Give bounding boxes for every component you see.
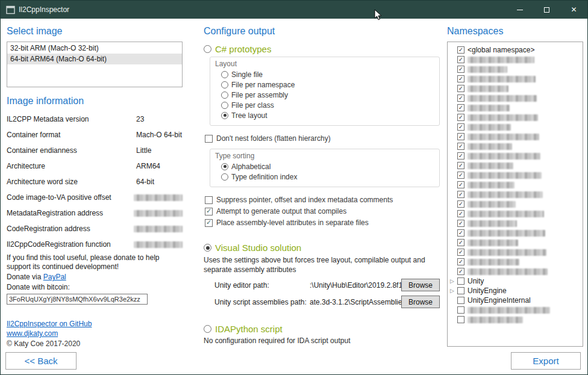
namespace-item[interactable] bbox=[450, 113, 580, 122]
namespace-item[interactable] bbox=[450, 257, 580, 267]
namespace-checkbox[interactable] bbox=[457, 152, 464, 160]
namespace-item[interactable]: ▷UnityEngine bbox=[450, 286, 580, 296]
back-button[interactable]: << Back bbox=[5, 352, 77, 370]
checkbox-icon[interactable] bbox=[205, 219, 213, 227]
namespace-item[interactable] bbox=[450, 55, 580, 64]
namespace-checkbox[interactable] bbox=[457, 297, 464, 304]
checkbox-icon[interactable] bbox=[205, 208, 213, 215]
namespace-item[interactable] bbox=[450, 247, 580, 257]
namespace-checkbox[interactable] bbox=[457, 239, 464, 246]
namespace-checkbox[interactable] bbox=[457, 172, 464, 179]
namespace-checkbox[interactable] bbox=[457, 162, 464, 169]
namespace-item[interactable] bbox=[450, 267, 580, 276]
namespace-item[interactable]: UnityEngineInternal bbox=[450, 296, 580, 305]
radio-option[interactable]: File per namespace bbox=[221, 80, 434, 89]
namespace-item[interactable] bbox=[450, 64, 580, 74]
radio-icon[interactable] bbox=[221, 163, 228, 170]
namespace-checkbox[interactable] bbox=[457, 210, 464, 217]
namespace-item[interactable]: <global namespace> bbox=[450, 45, 580, 55]
image-listbox[interactable]: 32-bit ARM (Mach-O 32-bit)64-bit ARM64 (… bbox=[7, 42, 183, 87]
checkbox-option[interactable]: Suppress pointer, offset and index metad… bbox=[205, 196, 440, 204]
browse-button[interactable]: Browse bbox=[401, 296, 440, 308]
namespace-item[interactable]: ▷Unity bbox=[450, 276, 580, 286]
namespace-item[interactable] bbox=[450, 180, 580, 190]
expander-icon[interactable]: ▷ bbox=[450, 288, 457, 294]
radio-icon[interactable] bbox=[221, 91, 228, 99]
radio-icon[interactable] bbox=[221, 102, 228, 109]
namespace-item[interactable] bbox=[450, 161, 580, 170]
export-button[interactable]: Export bbox=[511, 352, 581, 370]
radio-icon[interactable] bbox=[221, 81, 228, 88]
browse-button[interactable]: Browse bbox=[401, 279, 440, 291]
namespace-checkbox[interactable] bbox=[457, 220, 464, 227]
radio-icon[interactable] bbox=[221, 112, 228, 119]
namespace-checkbox[interactable] bbox=[457, 229, 464, 237]
namespace-checkbox[interactable] bbox=[457, 75, 464, 82]
namespace-item[interactable] bbox=[450, 170, 580, 180]
namespace-item[interactable] bbox=[450, 190, 580, 199]
website-link[interactable]: www.djkaty.com bbox=[7, 329, 58, 338]
namespace-checkbox[interactable] bbox=[457, 316, 464, 323]
checkbox-icon[interactable] bbox=[205, 196, 213, 204]
checkbox-option[interactable]: Attempt to generate output that compiles bbox=[205, 207, 440, 215]
namespace-checkbox[interactable] bbox=[457, 104, 464, 111]
namespace-checkbox[interactable] bbox=[457, 123, 464, 131]
namespace-checkbox[interactable] bbox=[457, 114, 464, 121]
radio-idapython[interactable] bbox=[204, 325, 211, 333]
namespace-item[interactable] bbox=[450, 141, 580, 151]
maximize-button[interactable] bbox=[533, 1, 560, 19]
namespace-checkbox[interactable] bbox=[457, 249, 464, 256]
namespace-checkbox[interactable] bbox=[457, 287, 464, 294]
namespace-checkbox[interactable] bbox=[457, 46, 464, 54]
list-item[interactable]: 64-bit ARM64 (Mach-O 64-bit) bbox=[7, 54, 182, 64]
namespace-item[interactable] bbox=[450, 93, 580, 103]
namespace-item[interactable] bbox=[450, 103, 580, 113]
visual-studio-option[interactable]: Visual Studio solution bbox=[204, 243, 440, 253]
namespace-checkbox[interactable] bbox=[457, 143, 464, 150]
namespace-checkbox[interactable] bbox=[457, 191, 464, 198]
list-item[interactable]: 32-bit ARM (Mach-O 32-bit) bbox=[7, 43, 182, 54]
namespace-item[interactable] bbox=[450, 199, 580, 209]
namespace-checkbox[interactable] bbox=[457, 66, 464, 73]
csharp-prototypes-option[interactable]: C# prototypes bbox=[204, 44, 440, 54]
radio-csharp-prototypes[interactable] bbox=[204, 45, 211, 53]
namespace-item[interactable] bbox=[450, 305, 580, 315]
radio-visual-studio[interactable] bbox=[204, 244, 211, 252]
namespace-checkbox[interactable] bbox=[457, 85, 464, 92]
namespace-item[interactable] bbox=[450, 218, 580, 228]
idapython-option[interactable]: IDAPython script bbox=[204, 324, 440, 334]
expander-icon[interactable]: ▷ bbox=[450, 278, 457, 284]
namespace-checkbox[interactable] bbox=[457, 133, 464, 140]
namespace-item[interactable] bbox=[450, 315, 580, 324]
namespace-item[interactable] bbox=[450, 132, 580, 141]
namespaces-tree[interactable]: <global namespace>▷Unity▷UnityEngineUnit… bbox=[447, 42, 583, 347]
radio-option[interactable]: Type definition index bbox=[221, 172, 434, 181]
namespace-checkbox[interactable] bbox=[457, 181, 464, 188]
checkbox-option[interactable]: Place assembly-level attributes in separ… bbox=[205, 218, 440, 227]
radio-icon[interactable] bbox=[221, 173, 228, 181]
radio-icon[interactable] bbox=[221, 71, 228, 78]
namespace-item[interactable] bbox=[450, 238, 580, 247]
namespace-checkbox[interactable] bbox=[457, 200, 464, 208]
radio-option[interactable]: Single file bbox=[221, 70, 434, 79]
radio-option[interactable]: File per assembly bbox=[221, 90, 434, 99]
close-button[interactable]: ✕ bbox=[560, 1, 587, 19]
radio-option[interactable]: Tree layout bbox=[221, 111, 434, 120]
namespace-checkbox[interactable] bbox=[457, 56, 464, 63]
namespace-checkbox[interactable] bbox=[457, 277, 464, 285]
radio-option[interactable]: File per class bbox=[221, 101, 434, 110]
minimize-button[interactable] bbox=[506, 1, 533, 19]
bitcoin-address-input[interactable] bbox=[7, 294, 148, 305]
namespace-checkbox[interactable] bbox=[457, 268, 464, 275]
flatten-hierarchy-option[interactable]: Don't nest folders (flatten hierarchy) bbox=[205, 134, 440, 143]
namespace-checkbox[interactable] bbox=[457, 95, 464, 102]
github-link[interactable]: Il2CppInspector on GitHub bbox=[7, 320, 92, 328]
namespace-item[interactable] bbox=[450, 228, 580, 238]
namespace-item[interactable] bbox=[450, 151, 580, 161]
namespace-checkbox[interactable] bbox=[457, 258, 464, 265]
namespace-item[interactable] bbox=[450, 84, 580, 93]
namespace-item[interactable] bbox=[450, 209, 580, 218]
radio-option[interactable]: Alphabetical bbox=[221, 162, 434, 171]
paypal-link[interactable]: PayPal bbox=[43, 273, 66, 281]
namespace-item[interactable] bbox=[450, 122, 580, 132]
